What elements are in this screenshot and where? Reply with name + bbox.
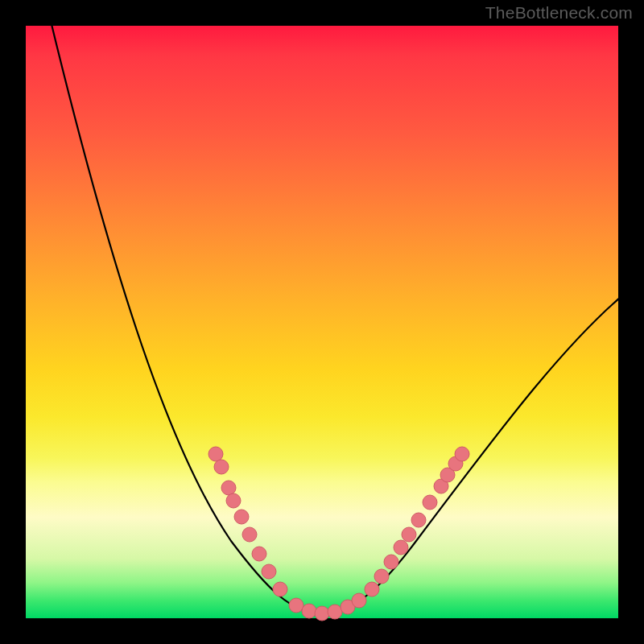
data-marker <box>221 481 236 495</box>
data-marker <box>214 460 229 474</box>
data-marker <box>242 527 257 542</box>
data-marker <box>423 495 437 510</box>
data-marker <box>394 540 408 555</box>
data-marker <box>273 582 287 597</box>
watermark-text: TheBottleneck.com <box>485 3 633 23</box>
chart-frame: TheBottleneck.com <box>0 0 644 644</box>
data-marker <box>315 606 329 621</box>
data-marker <box>455 447 469 461</box>
plot-area <box>26 26 618 618</box>
data-marker <box>289 598 303 613</box>
data-marker <box>252 547 266 561</box>
data-marker <box>226 493 241 508</box>
data-marker <box>262 564 276 579</box>
data-marker <box>208 447 223 461</box>
data-marker <box>328 605 342 619</box>
data-marker <box>402 527 416 542</box>
data-marker <box>302 604 316 618</box>
data-marker <box>352 593 366 608</box>
data-marker <box>365 582 379 597</box>
data-marker <box>234 510 249 524</box>
chart-svg <box>26 26 618 618</box>
marker-group <box>208 447 469 621</box>
data-marker <box>374 569 389 584</box>
data-marker <box>411 513 426 527</box>
data-marker <box>384 555 398 569</box>
bottleneck-curve <box>50 18 638 613</box>
